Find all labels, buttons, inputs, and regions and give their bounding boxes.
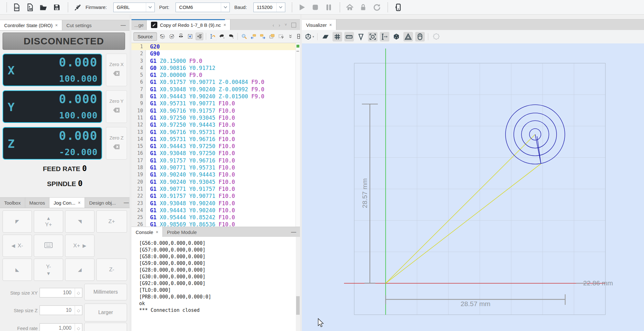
connect-plug-icon[interactable]: [73, 3, 82, 12]
jog-y-minus-button[interactable]: Y-▼: [34, 259, 63, 281]
tab-macros[interactable]: Macros: [25, 198, 49, 208]
tab-gcode-file[interactable]: Copy of Redo 1-7_8 B (9).nc×: [147, 19, 230, 30]
zero-y-button[interactable]: Zero Y: [106, 90, 127, 123]
new-gcode-file-icon[interactable]: G0: [12, 3, 21, 12]
step-smaller-button[interactable]: [84, 323, 127, 331]
console-scrollbar[interactable]: [296, 237, 300, 331]
gcode-line[interactable]: 10G1 X0.96716 Y0.91757 F10.0: [131, 107, 300, 114]
save-file-icon[interactable]: [52, 3, 61, 12]
overflow-icon[interactable]: [287, 33, 294, 40]
gcode-line[interactable]: 20G1 X0.90240 Y0.93045 F10.0: [131, 178, 300, 185]
gcode-line[interactable]: 13G1 X0.96716 Y0.95731 F10.0: [131, 129, 300, 136]
tab-cut-settings[interactable]: Cut settings: [62, 20, 96, 30]
port-select[interactable]: COM6: [176, 3, 230, 12]
gcode-line[interactable]: 7G1 X0.93048 Y0.90240 Z-0.00992 F9.0: [131, 86, 300, 93]
gcode-line[interactable]: 14G1 X0.95731 Y0.96716 F10.0: [131, 136, 300, 143]
nav-next-icon[interactable]: [259, 33, 266, 40]
gcode-line[interactable]: 3G1 Z0.15000 F9.0: [131, 57, 300, 64]
tab-controller-state[interactable]: Controller State (DRO)×: [0, 20, 62, 30]
visualizer-canvas[interactable]: 28.57 mm: [302, 43, 644, 331]
gcode-line[interactable]: 4G0 X0.90816 Y0.91712: [131, 64, 300, 71]
console-output[interactable]: [G56:0.000,0.000,0.000][G57:0.000,0.000,…: [131, 237, 300, 331]
editor-scrollbar[interactable]: [296, 43, 300, 241]
gcode-line[interactable]: 18G1 X0.90771 Y0.95731 F10.0: [131, 164, 300, 171]
spinner-icon[interactable]: ◇: [75, 288, 82, 297]
tab-probe-module[interactable]: Probe Module: [163, 227, 201, 237]
tab-jog-controller[interactable]: Jog Con...×: [49, 198, 85, 208]
mouse-icon[interactable]: [415, 32, 425, 41]
gcode-line[interactable]: 16G1 X0.93048 Y0.97250 F10.0: [131, 150, 300, 157]
fit-to-view-icon[interactable]: [368, 32, 378, 41]
insert-position-icon[interactable]: [209, 33, 216, 40]
step-size-xy-input[interactable]: 100◇: [40, 288, 82, 297]
dimensions-icon[interactable]: [380, 32, 389, 41]
jog-diagonal-up-left-button[interactable]: ◤: [3, 210, 32, 233]
jog-z-plus-button[interactable]: Z+: [96, 210, 127, 233]
close-icon[interactable]: ×: [55, 23, 58, 28]
copy-block-icon[interactable]: [268, 33, 276, 40]
jog-feed-rate-input[interactable]: 1,000◇: [40, 323, 82, 331]
spinner-icon[interactable]: ◇: [75, 306, 82, 315]
gcode-line[interactable]: 1G20: [131, 43, 300, 50]
gcode-editor[interactable]: 1G202G903G1 Z0.15000 F9.04G0 X0.90816 Y0…: [131, 43, 300, 241]
tab-design-objects[interactable]: Design obj...: [85, 198, 120, 208]
rotate-cw-90-icon[interactable]: 90: [168, 33, 176, 40]
orientation-icon[interactable]: [403, 32, 413, 41]
close-icon[interactable]: ×: [78, 200, 80, 205]
spinner-icon[interactable]: ◇: [75, 324, 82, 331]
gcode-line[interactable]: 25G1 X0.95444 Y0.85242 F10.0: [131, 214, 300, 221]
jog-diagonal-up-right-button[interactable]: ◥: [65, 210, 94, 233]
gcode-line[interactable]: 8G1 X0.94443 Y0.90240 Z-0.01500 F9.0: [131, 93, 300, 100]
jog-x-plus-button[interactable]: X+▶: [65, 235, 94, 257]
jog-y-plus-button[interactable]: ▲Y+: [34, 210, 63, 233]
maximize-icon[interactable]: [291, 23, 296, 27]
jog-x-minus-button[interactable]: ◀X-: [3, 235, 32, 257]
filter-icon[interactable]: [356, 32, 366, 41]
zero-x-button[interactable]: Zero X: [106, 54, 127, 86]
step-size-z-input[interactable]: 10◇: [40, 305, 82, 315]
jog-diagonal-down-right-button[interactable]: ◢: [65, 259, 94, 281]
jog-keyboard-button[interactable]: [34, 235, 63, 257]
close-icon[interactable]: ×: [329, 22, 332, 27]
gcode-line[interactable]: 15G1 X0.94443 Y0.97250 F10.0: [131, 143, 300, 150]
tab-console[interactable]: Console×: [131, 227, 163, 237]
scrollbar-thumb[interactable]: [296, 296, 300, 315]
gcode-line[interactable]: 5G1 Z0.00000 F9.0: [131, 71, 300, 79]
tab-previous-file[interactable]: ...ge: [131, 19, 147, 30]
gcode-line[interactable]: 2G90: [131, 50, 300, 57]
rect-select-icon[interactable]: [277, 33, 285, 40]
tab-visualizer[interactable]: Visualizer×: [302, 19, 336, 30]
source-view-button[interactable]: Source: [133, 32, 157, 41]
baud-select[interactable]: 115200: [253, 3, 285, 12]
find-icon[interactable]: [240, 33, 248, 40]
tab-list-icon[interactable]: ˅: [285, 23, 287, 27]
view-orientation-icon[interactable]: ▾: [304, 32, 314, 41]
gcode-line[interactable]: 11G1 X0.97250 Y0.93045 F10.0: [131, 114, 300, 121]
tab-toolbox[interactable]: Toolbox: [0, 198, 25, 208]
xyz-cube-icon[interactable]: ZXY: [392, 32, 401, 41]
move-to-origin-icon[interactable]: [186, 33, 194, 40]
close-icon[interactable]: ×: [156, 229, 158, 235]
minimize-panel-icon[interactable]: —: [120, 200, 130, 206]
zero-z-button[interactable]: Zero Z: [106, 127, 127, 160]
gcode-line[interactable]: 12G1 X0.97250 Y0.94443 F10.0: [131, 121, 300, 128]
gcode-line[interactable]: 21G1 X0.90771 Y0.91757 F10.0: [131, 185, 300, 192]
open-folder-icon[interactable]: [39, 3, 48, 12]
gcode-line[interactable]: 9G1 X0.95731 Y0.90771 F10.0: [131, 100, 300, 107]
mirror-icon[interactable]: [177, 33, 185, 40]
close-icon[interactable]: ×: [223, 22, 226, 27]
nav-previous-icon[interactable]: [250, 33, 257, 40]
step-larger-button[interactable]: Larger: [84, 304, 127, 321]
firmware-select[interactable]: GRBL: [113, 3, 155, 12]
gcode-line[interactable]: 19G1 X0.90240 Y0.94443 F10.0: [131, 171, 300, 178]
units-button[interactable]: Millimeters: [84, 284, 127, 300]
jog-diagonal-down-left-button[interactable]: ◣: [3, 259, 32, 281]
gcode-line[interactable]: 22G1 X0.91757 Y0.90771 F10.0: [131, 192, 300, 199]
jog-z-minus-button[interactable]: Z-: [96, 259, 127, 281]
rotate-ccw-90-icon[interactable]: 90: [159, 33, 166, 40]
plane-icon[interactable]: [321, 32, 330, 41]
mobile-pendant-icon[interactable]: [393, 3, 402, 12]
gcode-line[interactable]: 24G1 X0.94443 Y0.90240 F10.0: [131, 207, 300, 214]
grid-icon[interactable]: [333, 32, 342, 41]
ruler-icon[interactable]: [344, 32, 354, 41]
